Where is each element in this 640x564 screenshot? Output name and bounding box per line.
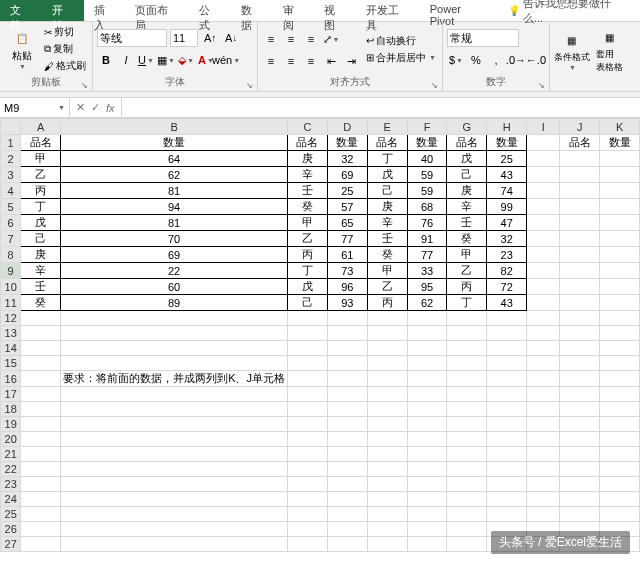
row-header-17[interactable]: 17 xyxy=(1,387,21,402)
cell[interactable] xyxy=(447,507,487,522)
cell[interactable]: 25 xyxy=(487,151,527,167)
cell[interactable] xyxy=(21,522,61,537)
cell[interactable] xyxy=(560,387,600,402)
cell[interactable]: 丙 xyxy=(367,295,407,311)
col-header-D[interactable]: D xyxy=(327,119,367,135)
cell[interactable]: 甲 xyxy=(21,151,61,167)
cell[interactable] xyxy=(21,326,61,341)
cell[interactable] xyxy=(288,356,328,371)
cell[interactable] xyxy=(21,417,61,432)
cell[interactable] xyxy=(447,417,487,432)
cell[interactable] xyxy=(527,311,560,326)
cell[interactable] xyxy=(487,492,527,507)
select-all-corner[interactable] xyxy=(1,119,21,135)
cell[interactable] xyxy=(447,462,487,477)
cell[interactable] xyxy=(407,462,447,477)
cell[interactable] xyxy=(367,507,407,522)
italic-button[interactable]: I xyxy=(117,51,135,69)
cell[interactable]: 壬 xyxy=(447,215,487,231)
cell[interactable]: 89 xyxy=(61,295,288,311)
cell[interactable] xyxy=(327,537,367,552)
cell[interactable] xyxy=(560,279,600,295)
cell[interactable] xyxy=(367,522,407,537)
row-header-11[interactable]: 11 xyxy=(1,295,21,311)
cell[interactable] xyxy=(527,135,560,151)
cell[interactable] xyxy=(600,311,640,326)
cell[interactable] xyxy=(327,507,367,522)
cell[interactable] xyxy=(447,432,487,447)
cell[interactable] xyxy=(327,417,367,432)
tab-formula[interactable]: 公式 xyxy=(189,0,231,21)
increase-font-icon[interactable]: A↑ xyxy=(201,29,219,47)
row-header-14[interactable]: 14 xyxy=(1,341,21,356)
cell[interactable]: 庚 xyxy=(21,247,61,263)
cell[interactable] xyxy=(447,341,487,356)
tab-view[interactable]: 视图 xyxy=(314,0,356,21)
cell[interactable]: 95 xyxy=(407,279,447,295)
cell[interactable] xyxy=(560,295,600,311)
cell[interactable] xyxy=(61,402,288,417)
percent-button[interactable]: % xyxy=(467,51,485,69)
cell[interactable] xyxy=(367,402,407,417)
col-header-K[interactable]: K xyxy=(600,119,640,135)
cell[interactable]: 品名 xyxy=(21,135,61,151)
col-header-B[interactable]: B xyxy=(61,119,288,135)
cell[interactable] xyxy=(367,432,407,447)
cell[interactable]: 辛 xyxy=(21,263,61,279)
cell[interactable] xyxy=(600,417,640,432)
cell[interactable] xyxy=(327,387,367,402)
cell[interactable] xyxy=(560,447,600,462)
cell[interactable]: 品名 xyxy=(367,135,407,151)
paste-button[interactable]: 📋 粘贴 ▼ xyxy=(4,25,40,73)
cell[interactable] xyxy=(21,356,61,371)
cell[interactable] xyxy=(288,462,328,477)
col-header-H[interactable]: H xyxy=(487,119,527,135)
cell[interactable] xyxy=(288,326,328,341)
cell[interactable]: 73 xyxy=(327,263,367,279)
cell[interactable]: 96 xyxy=(327,279,367,295)
cell[interactable] xyxy=(21,477,61,492)
row-header-8[interactable]: 8 xyxy=(1,247,21,263)
cell[interactable] xyxy=(527,341,560,356)
cell[interactable]: 品名 xyxy=(288,135,328,151)
tell-me[interactable]: 告诉我您想要做什么... xyxy=(498,0,640,21)
cell[interactable] xyxy=(367,387,407,402)
cell[interactable] xyxy=(560,326,600,341)
cell[interactable]: 94 xyxy=(61,199,288,215)
cell[interactable]: 戊 xyxy=(367,167,407,183)
cell[interactable]: 76 xyxy=(407,215,447,231)
cell[interactable] xyxy=(327,477,367,492)
cell[interactable] xyxy=(21,462,61,477)
cell[interactable] xyxy=(21,432,61,447)
cell[interactable] xyxy=(527,507,560,522)
tab-dev[interactable]: 开发工具 xyxy=(356,0,420,21)
cell[interactable] xyxy=(560,492,600,507)
cell[interactable]: 69 xyxy=(327,167,367,183)
cell[interactable] xyxy=(447,447,487,462)
cell[interactable] xyxy=(327,402,367,417)
cell[interactable] xyxy=(487,371,527,387)
cell[interactable]: 戊 xyxy=(447,151,487,167)
cell[interactable]: 23 xyxy=(487,247,527,263)
row-header-2[interactable]: 2 xyxy=(1,151,21,167)
launcher-icon[interactable]: ↘ xyxy=(81,81,88,90)
row-header-12[interactable]: 12 xyxy=(1,311,21,326)
cell[interactable] xyxy=(288,311,328,326)
cell[interactable] xyxy=(487,387,527,402)
cell[interactable] xyxy=(527,279,560,295)
underline-button[interactable]: U▼ xyxy=(137,51,155,69)
cell[interactable] xyxy=(407,477,447,492)
cell[interactable] xyxy=(560,432,600,447)
col-header-E[interactable]: E xyxy=(367,119,407,135)
cell[interactable] xyxy=(288,477,328,492)
cell[interactable] xyxy=(487,311,527,326)
cell[interactable] xyxy=(327,432,367,447)
tab-home[interactable]: 开始 xyxy=(42,0,84,21)
number-format-select[interactable] xyxy=(447,29,519,47)
cell[interactable] xyxy=(600,231,640,247)
cell[interactable] xyxy=(407,371,447,387)
cell[interactable] xyxy=(288,417,328,432)
cell[interactable] xyxy=(447,522,487,537)
border-button[interactable]: ▦▼ xyxy=(157,51,175,69)
cell[interactable]: 40 xyxy=(407,151,447,167)
